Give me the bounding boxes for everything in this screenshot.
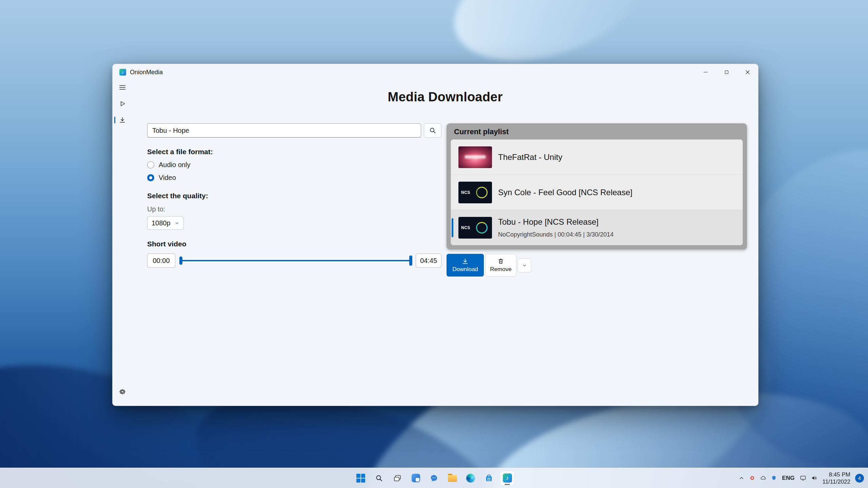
security-button[interactable] (771, 475, 777, 481)
radio-label: Audio only (159, 161, 190, 169)
volume-icon (811, 475, 817, 481)
ncs-ring-icon (476, 187, 488, 198)
hidden-icons-button[interactable] (738, 475, 745, 481)
widgets-button[interactable] (408, 471, 423, 486)
maximize-button[interactable] (716, 64, 737, 80)
playlist-header: Current playlist (447, 123, 747, 139)
task-view-button[interactable] (390, 471, 405, 486)
download-button-label: Download (452, 266, 478, 273)
clock-date: 11/11/2022 (822, 478, 850, 485)
video-thumbnail (458, 146, 492, 168)
slider-track[interactable] (179, 260, 412, 261)
minimize-icon (702, 69, 709, 76)
titlebar[interactable]: ♪ OnionMedia (113, 64, 758, 80)
minimize-button[interactable] (695, 64, 716, 80)
widgets-icon (412, 474, 420, 482)
settings-button[interactable] (114, 385, 131, 398)
network-icon (800, 475, 806, 481)
current-playlist-panel: Current playlist TheFatRat - Unity (447, 123, 747, 249)
file-explorer-icon (448, 475, 457, 482)
trim-end-handle[interactable] (409, 256, 412, 266)
search-icon (429, 127, 436, 134)
taskbar-search-button[interactable] (372, 471, 387, 486)
taskbar: ♪ ENG 8:45 PM 1 (0, 468, 868, 488)
ncs-logo-text: NCS (461, 225, 470, 230)
start-button[interactable] (353, 471, 368, 486)
download-icon (119, 117, 126, 123)
video-thumbnail: NCS (458, 217, 492, 239)
playlist-item-subtitle: NoCopyrightSounds | 00:04:45 | 3/30/2014 (498, 231, 614, 238)
task-view-icon (393, 474, 401, 482)
taskbar-center-icons: ♪ (353, 471, 515, 486)
maximize-icon (724, 69, 730, 75)
notification-badge[interactable]: 4 (855, 474, 864, 483)
radio-video[interactable]: Video (147, 174, 441, 182)
chevron-up-icon (738, 475, 745, 481)
window-controls (695, 64, 758, 80)
desktop: ♪ OnionMedia (0, 0, 868, 488)
ncs-ring-icon (476, 222, 488, 233)
playlist-item-title: Syn Cole - Feel Good [NCS Release] (498, 188, 632, 197)
nav-downloader-button[interactable] (114, 114, 131, 126)
downloader-page: Media Downloader Select a file format: (132, 80, 758, 406)
volume-button[interactable] (811, 475, 817, 481)
chat-button[interactable] (427, 471, 441, 486)
clock[interactable]: 8:45 PM 11/11/2022 (822, 471, 850, 485)
edge-icon (466, 474, 475, 483)
edge-button[interactable] (463, 471, 478, 486)
radio-audio-only[interactable]: Audio only (147, 161, 441, 169)
ncs-logo-text: NCS (461, 190, 470, 195)
search-button[interactable] (424, 123, 441, 138)
trim-section-label: Short video (147, 240, 441, 248)
search-input[interactable] (147, 123, 421, 138)
file-explorer-button[interactable] (445, 471, 460, 486)
quality-hint: Up to: (147, 205, 441, 213)
radio-label: Video (159, 174, 176, 182)
download-button[interactable]: Download (447, 254, 484, 277)
remove-button[interactable]: Remove (485, 254, 516, 277)
trash-icon (497, 258, 504, 265)
playlist-section: Current playlist TheFatRat - Unity (447, 123, 747, 277)
download-form: Select a file format: Audio only Video S… (147, 123, 441, 277)
app-identity: ♪ OnionMedia (113, 69, 695, 76)
onedrive-button[interactable] (760, 475, 766, 481)
download-icon (462, 258, 469, 265)
playlist-item[interactable]: NCS Syn Cole - Feel Good [NCS Release] (451, 175, 743, 210)
trim-range-slider[interactable] (179, 253, 412, 268)
tray-app-button[interactable] (749, 475, 755, 481)
windows-logo-icon (356, 474, 365, 483)
onionmedia-taskbar-button[interactable]: ♪ (500, 471, 515, 486)
store-icon (485, 474, 493, 483)
video-thumbnail: NCS (458, 182, 492, 203)
trim-start-input[interactable]: 00:00 (147, 253, 175, 268)
format-section-label: Select a file format: (147, 148, 441, 156)
page-title: Media Downloader (132, 90, 758, 104)
playlist-item-title: Tobu - Hope [NCS Release] (498, 217, 614, 227)
chevron-down-icon (522, 263, 527, 268)
onionmedia-icon: ♪ (503, 473, 512, 483)
play-icon (119, 100, 126, 107)
clock-time: 8:45 PM (822, 471, 850, 478)
shield-icon (771, 475, 777, 481)
hamburger-icon (119, 84, 126, 91)
nav-menu-button[interactable] (114, 81, 131, 94)
trim-start-handle[interactable] (179, 257, 182, 265)
playlist-item-selected[interactable]: NCS Tobu - Hope [NCS Release] NoCopyrigh… (451, 210, 743, 245)
close-icon (744, 69, 751, 76)
quality-dropdown[interactable]: 1080p (147, 216, 184, 230)
network-button[interactable] (800, 475, 806, 481)
store-button[interactable] (481, 471, 496, 486)
nav-player-button[interactable] (114, 97, 131, 110)
radio-checked-icon (147, 174, 154, 181)
playlist-list: TheFatRat - Unity NCS Syn Co (451, 139, 743, 245)
quality-section-label: Select the quality: (147, 192, 441, 200)
onionmedia-app-icon: ♪ (119, 69, 126, 76)
onionmedia-window: ♪ OnionMedia (112, 64, 758, 406)
close-button[interactable] (737, 64, 758, 80)
more-actions-button[interactable] (518, 258, 531, 272)
playlist-item[interactable]: TheFatRat - Unity (451, 140, 743, 175)
trim-end-input[interactable]: 04:45 (416, 253, 441, 268)
gear-icon (119, 388, 126, 395)
playlist-actions: Download Remove (447, 254, 747, 277)
language-indicator[interactable]: ENG (782, 475, 795, 482)
